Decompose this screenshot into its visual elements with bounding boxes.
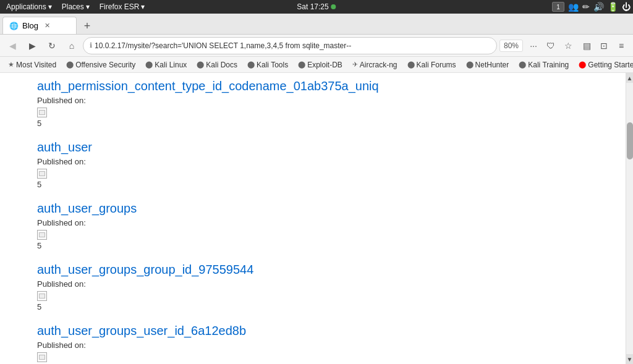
published-on-2: Published on: bbox=[37, 218, 588, 227]
clock: Sat 17:25 bbox=[297, 2, 328, 11]
blog-image-3 bbox=[37, 291, 47, 301]
blog-item-2: auth_user_groups Published on: 5 bbox=[37, 201, 588, 250]
reader-button[interactable]: ⊡ bbox=[596, 38, 612, 54]
blog-image-0 bbox=[37, 108, 47, 117]
lock-icon: ℹ bbox=[90, 41, 92, 49]
taskbar: Applications ▾ Places ▾ Firefox ESR ▾ Sa… bbox=[0, 0, 633, 14]
bookmark-kali-tools[interactable]: ⬤ Kali Tools bbox=[243, 59, 292, 70]
aircrack-icon: ✈ bbox=[352, 61, 358, 69]
scrollbar-down-arrow[interactable]: ▼ bbox=[626, 354, 633, 364]
blog-image-4 bbox=[37, 352, 47, 362]
tab-label: Blog bbox=[22, 21, 38, 30]
bookmark-label: Offensive Security bbox=[75, 61, 135, 69]
bookmarks-bar: ★ Most Visited ⬤ Offensive Security ⬤ Ka… bbox=[0, 57, 633, 73]
blog-item-4: auth_user_groups_user_id_6a12ed8b Publis… bbox=[37, 324, 588, 364]
applications-label: Applications bbox=[6, 2, 46, 11]
battery-icon: 🔋 bbox=[608, 2, 618, 12]
taskbar-left: Applications ▾ Places ▾ Firefox ESR ▾ bbox=[2, 1, 148, 12]
navigation-bar: ◀ ▶ ↻ ⌂ ℹ 10.0.2.17/mysite/?search='UNIO… bbox=[0, 35, 633, 57]
blog-image-2 bbox=[37, 230, 47, 240]
scrollbar[interactable]: ▲ ▼ bbox=[626, 73, 633, 364]
blog-item-1: auth_user Published on: 5 bbox=[37, 140, 588, 189]
workspace-num: 1 bbox=[556, 4, 560, 11]
bookmark-label: Kali Docs bbox=[206, 61, 237, 69]
kali-docs-icon: ⬤ bbox=[197, 61, 204, 69]
bookmark-label: NetHunter bbox=[475, 61, 509, 69]
scrollbar-thumb[interactable] bbox=[627, 122, 633, 159]
page-scroll-area[interactable]: auth_permission_content_type_id_codename… bbox=[0, 73, 626, 364]
status-dot bbox=[331, 4, 336, 9]
blog-image-1 bbox=[37, 169, 47, 179]
overflow-button[interactable]: ≡ bbox=[613, 38, 629, 54]
bookmark-kali-training[interactable]: ⬤ Kali Training bbox=[514, 59, 573, 70]
forward-button[interactable]: ▶ bbox=[23, 37, 41, 54]
bookmark-getting-started[interactable]: ⬤ Getting Started bbox=[574, 59, 633, 70]
bookmark-kali-linux[interactable]: ⬤ Kali Linux bbox=[141, 59, 191, 70]
blog-item-0: auth_permission_content_type_id_codename… bbox=[37, 79, 588, 128]
bookmark-label: Getting Started bbox=[588, 61, 633, 69]
tab-blog[interactable]: 🌐 Blog ✕ bbox=[2, 17, 77, 34]
blog-item-title-3[interactable]: auth_user_groups_group_id_97559544 bbox=[37, 263, 588, 277]
bookmark-aircrack[interactable]: ✈ Aircrack-ng bbox=[348, 59, 402, 70]
back-button[interactable]: ◀ bbox=[4, 37, 21, 54]
blog-item-title-4[interactable]: auth_user_groups_user_id_6a12ed8b bbox=[37, 324, 588, 338]
bookmark-label: Kali Tools bbox=[257, 61, 288, 69]
scrollbar-up-arrow[interactable]: ▲ bbox=[626, 73, 633, 83]
url-text: 10.0.2.17/mysite/?search='UNION SELECT 1… bbox=[95, 41, 490, 50]
bookmark-label: Kali Linux bbox=[155, 61, 187, 69]
bookmark-label: Kali Training bbox=[528, 61, 569, 69]
power-icon: ⏻ bbox=[622, 2, 631, 12]
bookmark-star-button[interactable]: ☆ bbox=[560, 38, 576, 54]
tab-favicon: 🌐 bbox=[9, 22, 19, 30]
browser-extra-buttons: ▤ ⊡ ≡ bbox=[579, 38, 629, 54]
published-on-3: Published on: bbox=[37, 279, 588, 289]
firefox-arrow: ▾ bbox=[141, 2, 145, 11]
firefox-label: Firefox ESR bbox=[100, 2, 140, 11]
blog-item-3: auth_user_groups_group_id_97559544 Publi… bbox=[37, 263, 588, 311]
volume-icon: 🔊 bbox=[593, 2, 604, 12]
workspace-indicator[interactable]: 1 bbox=[552, 2, 564, 12]
places-menu[interactable]: Places ▾ bbox=[58, 1, 93, 12]
bookmark-label: Most Visited bbox=[16, 61, 56, 69]
bookmark-exploit-db[interactable]: ⬤ Exploit-DB bbox=[294, 59, 347, 70]
bookmark-most-visited[interactable]: ★ Most Visited bbox=[4, 59, 61, 70]
blog-item-title-0[interactable]: auth_permission_content_type_id_codename… bbox=[37, 79, 588, 93]
bookmark-kali-docs[interactable]: ⬤ Kali Docs bbox=[192, 59, 242, 70]
getting-started-icon: ⬤ bbox=[579, 61, 586, 69]
bookmark-nethunter[interactable]: ⬤ NetHunter bbox=[462, 59, 514, 70]
blog-num-3: 5 bbox=[37, 302, 588, 311]
applications-menu[interactable]: Applications ▾ bbox=[2, 1, 56, 12]
new-tab-button[interactable]: + bbox=[79, 18, 95, 34]
places-label: Places bbox=[62, 2, 84, 11]
firefox-menu[interactable]: Firefox ESR ▾ bbox=[96, 1, 149, 12]
sidebar-button[interactable]: ▤ bbox=[579, 38, 595, 54]
offensive-icon: ⬤ bbox=[66, 61, 74, 69]
kali-linux-icon: ⬤ bbox=[145, 61, 153, 69]
nethunter-icon: ⬤ bbox=[466, 61, 474, 69]
kali-tools-icon: ⬤ bbox=[247, 61, 255, 69]
browser-window: 🌐 Blog ✕ + ◀ ▶ ↻ ⌂ ℹ 10.0.2.17/mysite/?s… bbox=[0, 14, 633, 364]
taskbar-right: 1 👥 ✏ 🔊 🔋 ⏻ bbox=[552, 2, 631, 12]
places-arrow: ▾ bbox=[86, 2, 90, 11]
bookmark-kali-forums[interactable]: ⬤ Kali Forums bbox=[403, 59, 461, 70]
users-icon: 👥 bbox=[568, 2, 579, 12]
blog-item-title-1[interactable]: auth_user bbox=[37, 140, 588, 154]
exploit-db-icon: ⬤ bbox=[298, 61, 305, 69]
url-bar[interactable]: ℹ 10.0.2.17/mysite/?search='UNION SELECT… bbox=[83, 37, 497, 54]
tab-bar: 🌐 Blog ✕ + bbox=[0, 14, 633, 35]
blog-num-2: 5 bbox=[37, 241, 588, 250]
shield-button[interactable]: 🛡 bbox=[543, 38, 559, 54]
zoom-level[interactable]: 80% bbox=[499, 40, 523, 52]
tab-close-button[interactable]: ✕ bbox=[42, 21, 52, 31]
more-button[interactable]: ··· bbox=[525, 38, 542, 54]
bookmark-label: Exploit-DB bbox=[307, 61, 342, 69]
reload-button[interactable]: ↻ bbox=[43, 37, 61, 54]
taskbar-center: Sat 17:25 bbox=[297, 2, 336, 11]
blog-num-1: 5 bbox=[37, 180, 588, 189]
bookmark-offensive-security[interactable]: ⬤ Offensive Security bbox=[62, 59, 140, 70]
blog-item-title-2[interactable]: auth_user_groups bbox=[37, 201, 588, 216]
bookmark-label: Kali Forums bbox=[417, 61, 456, 69]
kali-forums-icon: ⬤ bbox=[407, 61, 415, 69]
home-button[interactable]: ⌂ bbox=[63, 37, 80, 54]
star-icon: ★ bbox=[8, 61, 14, 69]
